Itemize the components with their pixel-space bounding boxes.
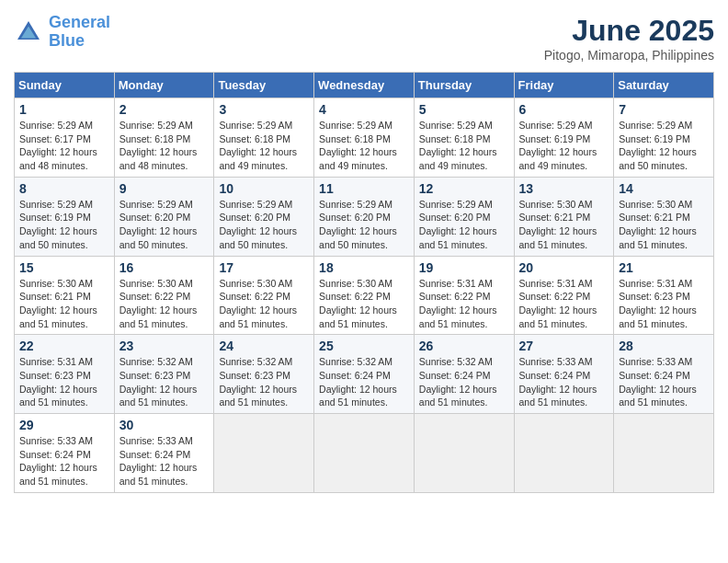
calendar-cell: 24Sunrise: 5:32 AMSunset: 6:23 PMDayligh… bbox=[214, 335, 314, 414]
day-number: 5 bbox=[419, 102, 509, 117]
day-number: 17 bbox=[219, 260, 309, 275]
calendar-cell: 28Sunrise: 5:33 AMSunset: 6:24 PMDayligh… bbox=[614, 335, 714, 414]
day-number: 30 bbox=[119, 418, 210, 432]
calendar-cell: 3Sunrise: 5:29 AMSunset: 6:18 PMDaylight… bbox=[214, 98, 314, 178]
day-detail: Sunrise: 5:29 AMSunset: 6:18 PMDaylight:… bbox=[119, 119, 210, 173]
day-detail: Sunrise: 5:32 AMSunset: 6:23 PMDaylight:… bbox=[119, 355, 210, 409]
day-number: 4 bbox=[319, 102, 409, 117]
day-number: 25 bbox=[319, 339, 409, 353]
calendar-row-4: 22Sunrise: 5:31 AMSunset: 6:23 PMDayligh… bbox=[15, 335, 714, 414]
calendar-cell bbox=[314, 414, 415, 493]
calendar-cell bbox=[514, 414, 614, 493]
day-detail: Sunrise: 5:29 AMSunset: 6:18 PMDaylight:… bbox=[419, 119, 509, 173]
calendar-cell: 26Sunrise: 5:32 AMSunset: 6:24 PMDayligh… bbox=[414, 335, 514, 414]
day-detail: Sunrise: 5:29 AMSunset: 6:20 PMDaylight:… bbox=[219, 198, 309, 252]
day-number: 14 bbox=[619, 181, 709, 196]
day-detail: Sunrise: 5:30 AMSunset: 6:22 PMDaylight:… bbox=[219, 277, 309, 331]
day-detail: Sunrise: 5:30 AMSunset: 6:22 PMDaylight:… bbox=[119, 277, 210, 331]
day-detail: Sunrise: 5:31 AMSunset: 6:23 PMDaylight:… bbox=[619, 277, 709, 331]
calendar-cell: 15Sunrise: 5:30 AMSunset: 6:21 PMDayligh… bbox=[15, 256, 115, 335]
calendar-cell: 13Sunrise: 5:30 AMSunset: 6:21 PMDayligh… bbox=[514, 177, 614, 256]
calendar-cell: 17Sunrise: 5:30 AMSunset: 6:22 PMDayligh… bbox=[214, 256, 314, 335]
day-number: 10 bbox=[219, 181, 309, 196]
day-detail: Sunrise: 5:32 AMSunset: 6:24 PMDaylight:… bbox=[419, 355, 509, 409]
day-number: 27 bbox=[519, 339, 609, 353]
day-detail: Sunrise: 5:33 AMSunset: 6:24 PMDaylight:… bbox=[119, 434, 210, 488]
day-number: 11 bbox=[319, 181, 409, 196]
calendar-cell: 6Sunrise: 5:29 AMSunset: 6:19 PMDaylight… bbox=[514, 98, 614, 178]
calendar-cell: 20Sunrise: 5:31 AMSunset: 6:22 PMDayligh… bbox=[514, 256, 614, 335]
day-number: 18 bbox=[319, 260, 409, 275]
calendar-table: SundayMondayTuesdayWednesdayThursdayFrid… bbox=[14, 72, 714, 493]
col-header-monday: Monday bbox=[114, 73, 214, 98]
calendar-cell bbox=[414, 414, 514, 493]
day-detail: Sunrise: 5:29 AMSunset: 6:19 PMDaylight:… bbox=[19, 198, 109, 252]
calendar-cell: 10Sunrise: 5:29 AMSunset: 6:20 PMDayligh… bbox=[214, 177, 314, 256]
logo-icon bbox=[14, 17, 43, 47]
day-number: 8 bbox=[19, 181, 109, 196]
col-header-tuesday: Tuesday bbox=[214, 73, 314, 98]
logo-general: General bbox=[49, 13, 110, 31]
day-number: 24 bbox=[219, 339, 309, 353]
day-detail: Sunrise: 5:29 AMSunset: 6:18 PMDaylight:… bbox=[319, 119, 409, 173]
day-number: 9 bbox=[119, 181, 210, 196]
day-detail: Sunrise: 5:32 AMSunset: 6:24 PMDaylight:… bbox=[319, 355, 409, 409]
month-title: June 2025 bbox=[544, 14, 714, 48]
day-number: 23 bbox=[119, 339, 210, 353]
calendar-cell bbox=[214, 414, 314, 493]
day-detail: Sunrise: 5:29 AMSunset: 6:20 PMDaylight:… bbox=[319, 198, 409, 252]
day-number: 22 bbox=[19, 339, 109, 353]
calendar-cell: 18Sunrise: 5:30 AMSunset: 6:22 PMDayligh… bbox=[314, 256, 415, 335]
day-number: 6 bbox=[519, 102, 609, 117]
calendar-cell: 12Sunrise: 5:29 AMSunset: 6:20 PMDayligh… bbox=[414, 177, 514, 256]
calendar-cell: 30Sunrise: 5:33 AMSunset: 6:24 PMDayligh… bbox=[114, 414, 214, 493]
logo-blue: Blue bbox=[49, 32, 110, 51]
day-detail: Sunrise: 5:29 AMSunset: 6:18 PMDaylight:… bbox=[219, 119, 309, 173]
day-number: 3 bbox=[219, 102, 309, 117]
calendar-row-5: 29Sunrise: 5:33 AMSunset: 6:24 PMDayligh… bbox=[15, 414, 714, 493]
day-number: 13 bbox=[519, 181, 609, 196]
day-number: 28 bbox=[619, 339, 709, 353]
calendar-header: SundayMondayTuesdayWednesdayThursdayFrid… bbox=[15, 73, 714, 98]
calendar-cell: 21Sunrise: 5:31 AMSunset: 6:23 PMDayligh… bbox=[614, 256, 714, 335]
day-detail: Sunrise: 5:30 AMSunset: 6:21 PMDaylight:… bbox=[619, 198, 709, 252]
calendar-cell: 7Sunrise: 5:29 AMSunset: 6:19 PMDaylight… bbox=[614, 98, 714, 178]
calendar-cell: 29Sunrise: 5:33 AMSunset: 6:24 PMDayligh… bbox=[15, 414, 115, 493]
calendar-cell: 23Sunrise: 5:32 AMSunset: 6:23 PMDayligh… bbox=[114, 335, 214, 414]
calendar-row-3: 15Sunrise: 5:30 AMSunset: 6:21 PMDayligh… bbox=[15, 256, 714, 335]
day-detail: Sunrise: 5:33 AMSunset: 6:24 PMDaylight:… bbox=[519, 355, 609, 409]
calendar-cell: 8Sunrise: 5:29 AMSunset: 6:19 PMDaylight… bbox=[15, 177, 115, 256]
day-detail: Sunrise: 5:30 AMSunset: 6:21 PMDaylight:… bbox=[519, 198, 609, 252]
day-number: 2 bbox=[119, 102, 210, 117]
calendar-cell: 11Sunrise: 5:29 AMSunset: 6:20 PMDayligh… bbox=[314, 177, 415, 256]
day-detail: Sunrise: 5:29 AMSunset: 6:17 PMDaylight:… bbox=[19, 119, 109, 173]
logo: General Blue bbox=[14, 14, 110, 51]
day-number: 29 bbox=[19, 418, 109, 432]
col-header-thursday: Thursday bbox=[414, 73, 514, 98]
day-number: 7 bbox=[619, 102, 709, 117]
calendar-cell: 16Sunrise: 5:30 AMSunset: 6:22 PMDayligh… bbox=[114, 256, 214, 335]
calendar-cell bbox=[614, 414, 714, 493]
calendar-cell: 19Sunrise: 5:31 AMSunset: 6:22 PMDayligh… bbox=[414, 256, 514, 335]
calendar-cell: 14Sunrise: 5:30 AMSunset: 6:21 PMDayligh… bbox=[614, 177, 714, 256]
calendar-cell: 4Sunrise: 5:29 AMSunset: 6:18 PMDaylight… bbox=[314, 98, 415, 178]
col-header-sunday: Sunday bbox=[15, 73, 115, 98]
day-detail: Sunrise: 5:31 AMSunset: 6:22 PMDaylight:… bbox=[519, 277, 609, 331]
day-detail: Sunrise: 5:29 AMSunset: 6:20 PMDaylight:… bbox=[119, 198, 210, 252]
day-detail: Sunrise: 5:29 AMSunset: 6:19 PMDaylight:… bbox=[619, 119, 709, 173]
day-number: 21 bbox=[619, 260, 709, 275]
calendar-cell: 2Sunrise: 5:29 AMSunset: 6:18 PMDaylight… bbox=[114, 98, 214, 178]
calendar-row-1: 1Sunrise: 5:29 AMSunset: 6:17 PMDaylight… bbox=[15, 98, 714, 178]
page-header: General Blue June 2025 Pitogo, Mimaropa,… bbox=[14, 14, 714, 63]
calendar-cell: 22Sunrise: 5:31 AMSunset: 6:23 PMDayligh… bbox=[15, 335, 115, 414]
day-detail: Sunrise: 5:29 AMSunset: 6:20 PMDaylight:… bbox=[419, 198, 509, 252]
location-subtitle: Pitogo, Mimaropa, Philippines bbox=[544, 48, 714, 63]
day-number: 15 bbox=[19, 260, 109, 275]
day-number: 16 bbox=[119, 260, 210, 275]
calendar-cell: 5Sunrise: 5:29 AMSunset: 6:18 PMDaylight… bbox=[414, 98, 514, 178]
day-detail: Sunrise: 5:31 AMSunset: 6:22 PMDaylight:… bbox=[419, 277, 509, 331]
calendar-cell: 27Sunrise: 5:33 AMSunset: 6:24 PMDayligh… bbox=[514, 335, 614, 414]
calendar-cell: 25Sunrise: 5:32 AMSunset: 6:24 PMDayligh… bbox=[314, 335, 415, 414]
day-number: 1 bbox=[19, 102, 109, 117]
day-number: 26 bbox=[419, 339, 509, 353]
